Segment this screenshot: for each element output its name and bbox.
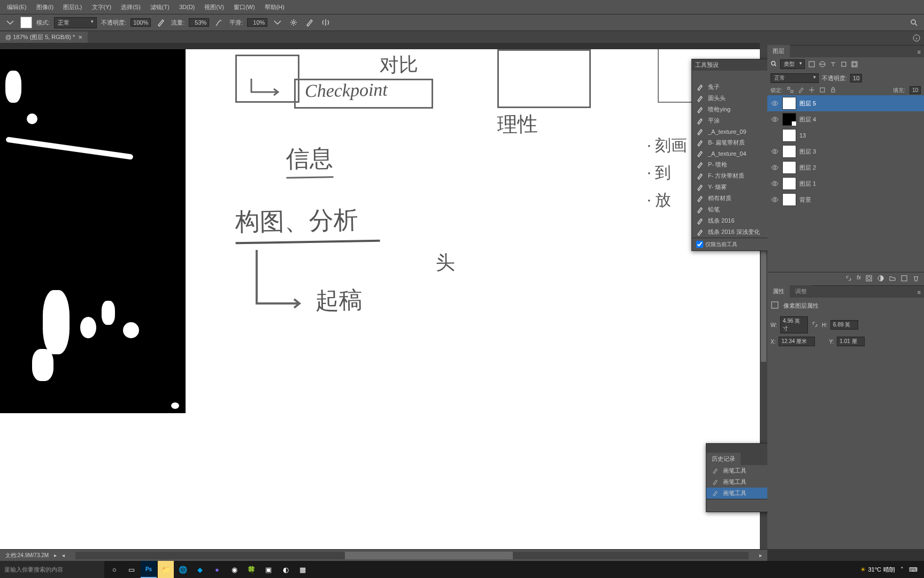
w-field[interactable]: 4.96 英寸	[780, 316, 808, 333]
tray-up-icon[interactable]: ˄	[900, 566, 904, 573]
taskbar-app-6[interactable]: ◐	[278, 561, 294, 578]
visibility-icon[interactable]	[771, 196, 779, 203]
symmetry-icon[interactable]	[320, 17, 332, 28]
layer-row[interactable]: 背景	[767, 192, 924, 208]
opacity-value[interactable]: 100%	[130, 18, 151, 27]
visibility-icon[interactable]	[771, 180, 779, 187]
history-tab[interactable]: 历史记录	[706, 453, 741, 465]
search-icon[interactable]	[908, 17, 920, 28]
filter-type-icon[interactable]	[829, 60, 837, 68]
panel-menu-icon[interactable]: ≡	[914, 287, 924, 298]
taskbar-app-7[interactable]: ▦	[295, 561, 311, 578]
taskbar-taskview-icon[interactable]: ▭	[124, 561, 140, 578]
hscrollbar[interactable]	[75, 552, 749, 559]
menu-filter[interactable]: 滤镜(T)	[146, 1, 174, 13]
info-icon[interactable]	[912, 34, 921, 43]
filter-adjust-icon[interactable]	[819, 60, 826, 68]
filter-search-icon[interactable]	[771, 60, 777, 68]
menu-image[interactable]: 图像(I)	[32, 1, 58, 13]
canvas[interactable]: 对比 Checkpoint 理性 信息 构图、分析 起稿 头 · 刻画 · 到 …	[0, 49, 767, 549]
menu-text[interactable]: 文字(Y)	[88, 1, 116, 13]
filter-pixel-icon[interactable]	[808, 60, 815, 68]
layer-name[interactable]: 图层 3	[799, 148, 816, 156]
only-current-checkbox[interactable]: 仅限当前工具	[696, 241, 737, 248]
fx-icon[interactable]: fx	[857, 275, 861, 283]
layer-name[interactable]: 背景	[799, 196, 811, 204]
brush-swatch[interactable]	[20, 17, 32, 28]
y-field[interactable]: 1.01 厘	[837, 337, 865, 346]
menu-select[interactable]: 选择(S)	[117, 1, 145, 13]
new-layer-icon[interactable]	[900, 275, 908, 283]
smooth-value[interactable]: 10%	[247, 18, 267, 27]
layer-list[interactable]: 图层 5图层 413图层 3图层 2图层 1背景	[767, 95, 924, 208]
menu-layer[interactable]: 图层(L)	[59, 1, 86, 13]
layer-row[interactable]: 图层 5	[767, 95, 924, 111]
taskbar-app-2[interactable]: ●	[209, 561, 225, 578]
tool-dropdown[interactable]	[4, 17, 16, 28]
layer-name[interactable]: 图层 1	[799, 180, 816, 188]
lock-pos-icon[interactable]	[808, 87, 815, 94]
pressure-size-icon[interactable]	[304, 17, 315, 28]
taskbar-search[interactable]: 里输入你要搜索的内容	[0, 561, 104, 578]
menu-view[interactable]: 视图(V)	[200, 1, 228, 13]
taskbar-cortana-icon[interactable]: ○	[106, 561, 122, 578]
taskbar-app-ps[interactable]: Ps	[141, 561, 157, 578]
smooth-options-icon[interactable]	[272, 17, 283, 28]
panel-menu-icon[interactable]: ≡	[914, 47, 924, 57]
adjust-layer-icon[interactable]	[877, 275, 884, 283]
visibility-icon[interactable]	[771, 148, 779, 155]
menu-help[interactable]: 帮助(H)	[260, 1, 289, 13]
layer-row[interactable]: 13	[767, 127, 924, 143]
canvas-area[interactable]: 对比 Checkpoint 理性 信息 构图、分析 起稿 头 · 刻画 · 到 …	[0, 43, 767, 549]
scroll-left-icon[interactable]: ◂	[62, 552, 65, 558]
link-layers-icon[interactable]	[845, 275, 852, 283]
mask-icon[interactable]	[865, 275, 873, 283]
filter-smart-icon[interactable]	[851, 60, 858, 68]
visibility-icon[interactable]	[771, 164, 779, 171]
flow-value[interactable]: 53%	[189, 18, 209, 27]
taskbar-app-chrome[interactable]: 🌐	[175, 561, 191, 578]
delete-layer-icon[interactable]	[912, 275, 920, 283]
taskbar-app-3[interactable]: ◉	[226, 561, 242, 578]
taskbar-app-1[interactable]: ◆	[192, 561, 208, 578]
taskbar-weather[interactable]: ☀ 31°C 晴朗	[860, 566, 895, 574]
h-field[interactable]: 6.89 英	[830, 320, 858, 330]
menu-edit[interactable]: 编辑(E)	[3, 1, 31, 13]
lock-nest-icon[interactable]	[819, 87, 826, 94]
filter-shape-icon[interactable]	[840, 60, 848, 68]
layer-row[interactable]: 图层 4	[767, 111, 924, 127]
scroll-right-icon[interactable]: ▸	[759, 552, 762, 558]
visibility-icon[interactable]	[771, 116, 779, 123]
layer-row[interactable]: 图层 3	[767, 143, 924, 159]
airbrush-icon[interactable]	[213, 17, 225, 28]
lock-trans-icon[interactable]	[787, 87, 794, 94]
status-caret-icon[interactable]: ▸	[54, 552, 57, 558]
layer-row[interactable]: 图层 1	[767, 176, 924, 192]
properties-tab[interactable]: 属性	[767, 285, 790, 298]
menu-window[interactable]: 窗口(W)	[229, 1, 259, 13]
blend-mode-select[interactable]: 正常	[771, 73, 819, 83]
document-tab[interactable]: @ 187% (图层 5, RGB/8) * ×	[0, 32, 88, 43]
gear-icon[interactable]	[288, 17, 299, 28]
lock-all-icon[interactable]	[830, 87, 836, 94]
opacity-pressure-icon[interactable]	[155, 17, 167, 28]
layers-tab[interactable]: 图层	[767, 45, 790, 57]
menu-3d[interactable]: 3D(D)	[175, 2, 199, 12]
layer-name[interactable]: 图层 4	[799, 116, 816, 124]
filter-kind-select[interactable]: 类型	[780, 59, 805, 69]
lock-paint-icon[interactable]	[798, 87, 804, 94]
adjustments-tab[interactable]: 调整	[790, 285, 812, 298]
layer-row[interactable]: 图层 2	[767, 159, 924, 176]
tray-lang-icon[interactable]: ⌨	[909, 566, 918, 573]
layer-name[interactable]: 图层 2	[799, 164, 816, 172]
close-icon[interactable]: ×	[78, 33, 82, 41]
layer-opacity-value[interactable]: 10	[850, 74, 862, 82]
link-wh-icon[interactable]	[811, 321, 819, 329]
mode-select[interactable]: 正常	[54, 17, 97, 28]
layer-name[interactable]: 图层 5	[799, 100, 816, 108]
taskbar-app-4[interactable]: 🍀	[243, 561, 259, 578]
layer-name[interactable]: 13	[799, 132, 806, 139]
layer-fill-value[interactable]: 10	[910, 86, 921, 94]
taskbar-app-explorer[interactable]: 📁	[158, 561, 174, 578]
x-field[interactable]: 12.34 厘米	[779, 337, 815, 346]
